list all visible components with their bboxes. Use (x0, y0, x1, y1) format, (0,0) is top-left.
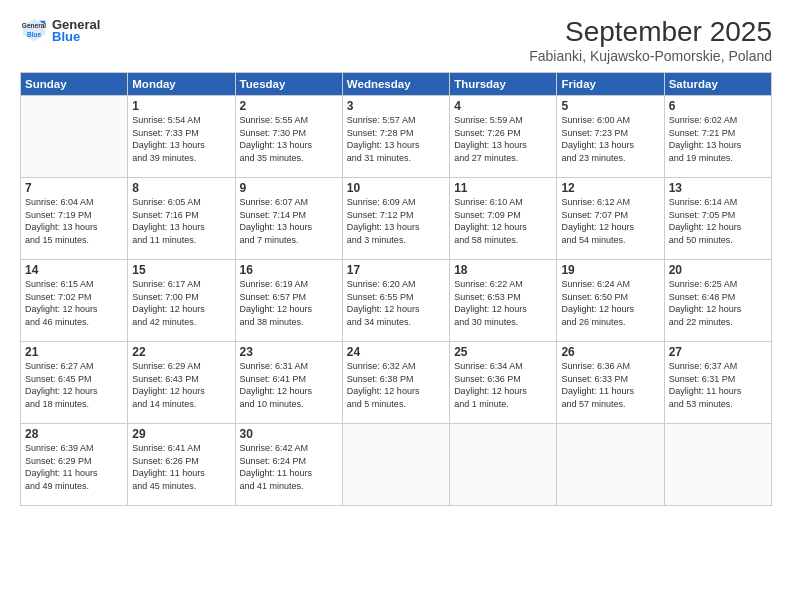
location-title: Fabianki, Kujawsko-Pomorskie, Poland (529, 48, 772, 64)
cell-content: Sunrise: 6:02 AMSunset: 7:21 PMDaylight:… (669, 114, 767, 164)
day-number: 2 (240, 99, 338, 113)
cell-content: Sunrise: 6:05 AMSunset: 7:16 PMDaylight:… (132, 196, 230, 246)
cell-content: Sunrise: 6:00 AMSunset: 7:23 PMDaylight:… (561, 114, 659, 164)
month-title: September 2025 (529, 16, 772, 48)
header-saturday: Saturday (664, 73, 771, 96)
day-number: 8 (132, 181, 230, 195)
cell-content: Sunrise: 6:10 AMSunset: 7:09 PMDaylight:… (454, 196, 552, 246)
calendar-cell: 2Sunrise: 5:55 AMSunset: 7:30 PMDaylight… (235, 96, 342, 178)
day-number: 26 (561, 345, 659, 359)
header-wednesday: Wednesday (342, 73, 449, 96)
calendar-cell: 24Sunrise: 6:32 AMSunset: 6:38 PMDayligh… (342, 342, 449, 424)
calendar-cell: 19Sunrise: 6:24 AMSunset: 6:50 PMDayligh… (557, 260, 664, 342)
calendar-cell: 7Sunrise: 6:04 AMSunset: 7:19 PMDaylight… (21, 178, 128, 260)
calendar-cell: 11Sunrise: 6:10 AMSunset: 7:09 PMDayligh… (450, 178, 557, 260)
calendar-cell: 10Sunrise: 6:09 AMSunset: 7:12 PMDayligh… (342, 178, 449, 260)
calendar-cell: 5Sunrise: 6:00 AMSunset: 7:23 PMDaylight… (557, 96, 664, 178)
cell-content: Sunrise: 6:24 AMSunset: 6:50 PMDaylight:… (561, 278, 659, 328)
calendar-cell: 25Sunrise: 6:34 AMSunset: 6:36 PMDayligh… (450, 342, 557, 424)
day-number: 3 (347, 99, 445, 113)
day-number: 18 (454, 263, 552, 277)
week-row-5: 28Sunrise: 6:39 AMSunset: 6:29 PMDayligh… (21, 424, 772, 506)
header-thursday: Thursday (450, 73, 557, 96)
day-number: 22 (132, 345, 230, 359)
calendar-cell: 17Sunrise: 6:20 AMSunset: 6:55 PMDayligh… (342, 260, 449, 342)
calendar-cell: 27Sunrise: 6:37 AMSunset: 6:31 PMDayligh… (664, 342, 771, 424)
title-block: September 2025 Fabianki, Kujawsko-Pomors… (529, 16, 772, 64)
day-number: 20 (669, 263, 767, 277)
week-row-3: 14Sunrise: 6:15 AMSunset: 7:02 PMDayligh… (21, 260, 772, 342)
cell-content: Sunrise: 6:15 AMSunset: 7:02 PMDaylight:… (25, 278, 123, 328)
calendar-cell: 1Sunrise: 5:54 AMSunset: 7:33 PMDaylight… (128, 96, 235, 178)
cell-content: Sunrise: 6:32 AMSunset: 6:38 PMDaylight:… (347, 360, 445, 410)
calendar-cell: 20Sunrise: 6:25 AMSunset: 6:48 PMDayligh… (664, 260, 771, 342)
cell-content: Sunrise: 6:42 AMSunset: 6:24 PMDaylight:… (240, 442, 338, 492)
calendar-cell: 14Sunrise: 6:15 AMSunset: 7:02 PMDayligh… (21, 260, 128, 342)
day-number: 15 (132, 263, 230, 277)
day-number: 12 (561, 181, 659, 195)
week-row-4: 21Sunrise: 6:27 AMSunset: 6:45 PMDayligh… (21, 342, 772, 424)
day-number: 24 (347, 345, 445, 359)
svg-text:Blue: Blue (27, 31, 41, 38)
calendar-cell (450, 424, 557, 506)
day-number: 28 (25, 427, 123, 441)
calendar-cell: 9Sunrise: 6:07 AMSunset: 7:14 PMDaylight… (235, 178, 342, 260)
day-number: 1 (132, 99, 230, 113)
day-number: 11 (454, 181, 552, 195)
calendar-cell: 16Sunrise: 6:19 AMSunset: 6:57 PMDayligh… (235, 260, 342, 342)
day-number: 29 (132, 427, 230, 441)
calendar-cell: 13Sunrise: 6:14 AMSunset: 7:05 PMDayligh… (664, 178, 771, 260)
calendar-cell: 23Sunrise: 6:31 AMSunset: 6:41 PMDayligh… (235, 342, 342, 424)
cell-content: Sunrise: 6:22 AMSunset: 6:53 PMDaylight:… (454, 278, 552, 328)
day-number: 19 (561, 263, 659, 277)
cell-content: Sunrise: 6:25 AMSunset: 6:48 PMDaylight:… (669, 278, 767, 328)
day-number: 17 (347, 263, 445, 277)
cell-content: Sunrise: 6:41 AMSunset: 6:26 PMDaylight:… (132, 442, 230, 492)
day-number: 7 (25, 181, 123, 195)
cell-content: Sunrise: 5:59 AMSunset: 7:26 PMDaylight:… (454, 114, 552, 164)
cell-content: Sunrise: 6:20 AMSunset: 6:55 PMDaylight:… (347, 278, 445, 328)
page-header: General Blue General Blue September 2025… (20, 16, 772, 64)
week-row-1: 1Sunrise: 5:54 AMSunset: 7:33 PMDaylight… (21, 96, 772, 178)
calendar-cell (557, 424, 664, 506)
calendar-table: SundayMondayTuesdayWednesdayThursdayFrid… (20, 72, 772, 506)
cell-content: Sunrise: 6:17 AMSunset: 7:00 PMDaylight:… (132, 278, 230, 328)
day-number: 13 (669, 181, 767, 195)
cell-content: Sunrise: 6:19 AMSunset: 6:57 PMDaylight:… (240, 278, 338, 328)
week-row-2: 7Sunrise: 6:04 AMSunset: 7:19 PMDaylight… (21, 178, 772, 260)
logo-icon: General Blue (20, 16, 48, 44)
cell-content: Sunrise: 6:31 AMSunset: 6:41 PMDaylight:… (240, 360, 338, 410)
cell-content: Sunrise: 6:34 AMSunset: 6:36 PMDaylight:… (454, 360, 552, 410)
cell-content: Sunrise: 6:09 AMSunset: 7:12 PMDaylight:… (347, 196, 445, 246)
calendar-cell: 28Sunrise: 6:39 AMSunset: 6:29 PMDayligh… (21, 424, 128, 506)
day-number: 9 (240, 181, 338, 195)
cell-content: Sunrise: 5:54 AMSunset: 7:33 PMDaylight:… (132, 114, 230, 164)
calendar-cell (21, 96, 128, 178)
header-sunday: Sunday (21, 73, 128, 96)
day-number: 6 (669, 99, 767, 113)
calendar-cell: 18Sunrise: 6:22 AMSunset: 6:53 PMDayligh… (450, 260, 557, 342)
cell-content: Sunrise: 6:36 AMSunset: 6:33 PMDaylight:… (561, 360, 659, 410)
calendar-cell: 30Sunrise: 6:42 AMSunset: 6:24 PMDayligh… (235, 424, 342, 506)
day-number: 14 (25, 263, 123, 277)
calendar-cell: 8Sunrise: 6:05 AMSunset: 7:16 PMDaylight… (128, 178, 235, 260)
calendar-cell (664, 424, 771, 506)
calendar-cell: 4Sunrise: 5:59 AMSunset: 7:26 PMDaylight… (450, 96, 557, 178)
calendar-cell: 22Sunrise: 6:29 AMSunset: 6:43 PMDayligh… (128, 342, 235, 424)
cell-content: Sunrise: 6:07 AMSunset: 7:14 PMDaylight:… (240, 196, 338, 246)
cell-content: Sunrise: 6:12 AMSunset: 7:07 PMDaylight:… (561, 196, 659, 246)
cell-content: Sunrise: 6:04 AMSunset: 7:19 PMDaylight:… (25, 196, 123, 246)
calendar-cell: 15Sunrise: 6:17 AMSunset: 7:00 PMDayligh… (128, 260, 235, 342)
day-number: 30 (240, 427, 338, 441)
calendar-cell: 26Sunrise: 6:36 AMSunset: 6:33 PMDayligh… (557, 342, 664, 424)
cell-content: Sunrise: 6:27 AMSunset: 6:45 PMDaylight:… (25, 360, 123, 410)
day-number: 27 (669, 345, 767, 359)
cell-content: Sunrise: 6:29 AMSunset: 6:43 PMDaylight:… (132, 360, 230, 410)
day-number: 21 (25, 345, 123, 359)
cell-content: Sunrise: 6:14 AMSunset: 7:05 PMDaylight:… (669, 196, 767, 246)
cell-content: Sunrise: 6:39 AMSunset: 6:29 PMDaylight:… (25, 442, 123, 492)
day-number: 4 (454, 99, 552, 113)
calendar-cell: 6Sunrise: 6:02 AMSunset: 7:21 PMDaylight… (664, 96, 771, 178)
cell-content: Sunrise: 6:37 AMSunset: 6:31 PMDaylight:… (669, 360, 767, 410)
cell-content: Sunrise: 5:55 AMSunset: 7:30 PMDaylight:… (240, 114, 338, 164)
